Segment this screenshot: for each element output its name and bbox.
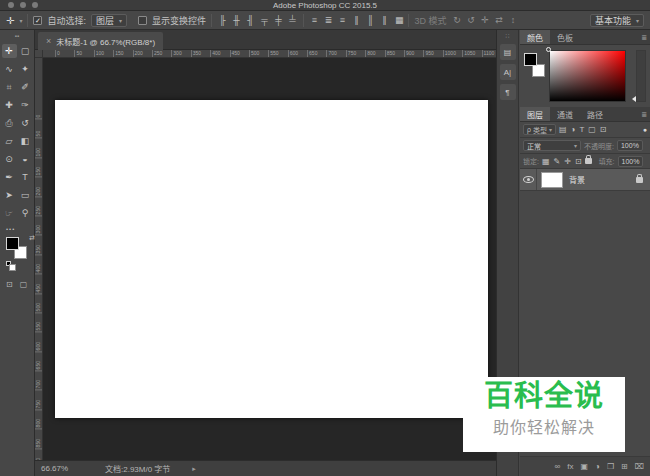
lock-artboard-icon[interactable]: ⊡: [575, 157, 582, 166]
distribute-left-edges-icon[interactable]: ∥: [351, 14, 362, 27]
character-panel-icon[interactable]: A|: [500, 64, 516, 80]
properties-panel-icon[interactable]: ▤: [500, 44, 516, 60]
layer-row[interactable]: 背景: [520, 169, 650, 191]
3d-rotate-icon[interactable]: ↻: [452, 14, 463, 27]
layer-filter-dropdown[interactable]: ρ 类型 ▾: [523, 124, 556, 135]
eraser-tool[interactable]: ▱: [2, 134, 17, 148]
lock-row: 锁定: ▦✎✛⊡ 填充: 100%: [520, 154, 650, 169]
tool-preset-chevron-icon[interactable]: ▾: [19, 17, 22, 24]
default-colors-icon[interactable]: [6, 261, 11, 266]
foreground-color-swatch[interactable]: [6, 237, 19, 250]
layer-thumbnail[interactable]: [541, 172, 563, 188]
link-layers-icon[interactable]: ∞: [555, 462, 561, 471]
new-layer-icon[interactable]: ⊞: [621, 462, 628, 471]
collapse-tools-icon[interactable]: ▪▪: [0, 30, 34, 42]
rectangular-marquee-tool[interactable]: ▢: [18, 44, 33, 58]
fill-value-field[interactable]: 100%: [618, 156, 644, 167]
align-bottom-edges-icon[interactable]: ╧: [287, 14, 298, 27]
lock-all-icon[interactable]: [585, 158, 592, 164]
align-vertical-centers-icon[interactable]: ╪: [273, 14, 284, 27]
3d-scale-icon[interactable]: ↕: [508, 14, 519, 27]
brush-tool[interactable]: ✑: [18, 98, 33, 112]
lock-transparent-pixels-icon[interactable]: ▦: [542, 157, 550, 166]
adjustment-layer-icon[interactable]: ◑: [595, 462, 600, 471]
delete-layer-icon[interactable]: ⌧: [635, 462, 644, 471]
distribute-right-edges-icon[interactable]: ∥: [379, 14, 390, 27]
shape-tool[interactable]: ▭: [18, 188, 33, 202]
zoom-level-field[interactable]: 66.67%: [41, 464, 79, 473]
filter-adjustment-layers-icon[interactable]: ◑: [571, 125, 576, 134]
auto-select-checkbox[interactable]: ✓: [33, 16, 42, 25]
align-top-edges-icon[interactable]: ╤: [259, 14, 270, 27]
layer-mask-icon[interactable]: ▣: [581, 462, 589, 471]
quick-mask-icon[interactable]: ⊡: [6, 280, 13, 289]
edit-toolbar-button[interactable]: •••: [0, 220, 34, 234]
opacity-value-field[interactable]: 100%: [617, 140, 643, 151]
3d-drag-icon[interactable]: ✛: [480, 14, 491, 27]
panel-menu-icon[interactable]: ≣: [641, 34, 647, 42]
collapse-dock-icon[interactable]: ∷: [497, 30, 518, 40]
tab-color[interactable]: 颜色: [520, 30, 550, 44]
layer-effects-icon[interactable]: fx: [567, 462, 573, 471]
filter-shape-layers-icon[interactable]: ▢: [588, 125, 596, 134]
filter-smart-objects-icon[interactable]: ⊡: [600, 125, 607, 134]
document-tab[interactable]: × 未标题-1 @ 66.7%(RGB/8*): [38, 32, 163, 50]
layer-group-icon[interactable]: ❒: [607, 462, 614, 471]
vertical-ruler[interactable]: 0501001502002503003504004505005506006507…: [35, 58, 43, 460]
history-brush-tool[interactable]: ↺: [18, 116, 33, 130]
dodge-tool[interactable]: ◒: [18, 152, 33, 166]
panel-menu-icon[interactable]: ≣: [641, 111, 647, 119]
horizontal-ruler[interactable]: 0501001502002503003504004505005506006507…: [43, 50, 496, 58]
zoom-tool[interactable]: ⚲: [18, 206, 33, 220]
blend-mode-dropdown[interactable]: 正常 ▾: [523, 140, 581, 151]
clone-stamp-tool[interactable]: ⎙: [2, 116, 17, 130]
crop-tool[interactable]: ⌗: [2, 80, 17, 94]
3d-roll-icon[interactable]: ↺: [466, 14, 477, 27]
document-canvas[interactable]: [55, 100, 488, 418]
status-options-arrow-icon[interactable]: ▸: [192, 465, 196, 473]
close-document-icon[interactable]: ×: [46, 36, 51, 46]
foreground-color-swatch[interactable]: [524, 53, 537, 66]
align-left-edges-icon[interactable]: ╟: [217, 14, 228, 27]
filter-type-layers-icon[interactable]: T: [579, 125, 584, 134]
quick-selection-tool[interactable]: ✦: [18, 62, 33, 76]
lasso-tool[interactable]: ∿: [2, 62, 17, 76]
path-selection-tool[interactable]: ➤: [2, 188, 17, 202]
saturation-brightness-box[interactable]: [549, 50, 626, 102]
3d-slide-icon[interactable]: ⇄: [494, 14, 505, 27]
layer-visibility-toggle[interactable]: [520, 169, 537, 190]
filter-pixel-layers-icon[interactable]: ▤: [559, 125, 567, 134]
color-picker-marker[interactable]: [546, 47, 551, 52]
type-tool[interactable]: T: [18, 170, 33, 184]
paragraph-panel-icon[interactable]: ¶: [500, 84, 516, 100]
distribute-top-edges-icon[interactable]: ≡: [309, 14, 320, 27]
workspace-dropdown[interactable]: 基本功能 ▾: [590, 14, 644, 27]
distribute-bottom-edges-icon[interactable]: ≡: [337, 14, 348, 27]
move-tool-icon[interactable]: ✛: [6, 15, 14, 26]
distribute-vertical-centers-icon[interactable]: ≣: [323, 14, 334, 27]
blur-tool[interactable]: ⊙: [2, 152, 17, 166]
lock-position-icon[interactable]: ✛: [564, 157, 571, 166]
filter-toggle-icon[interactable]: ●: [643, 126, 647, 133]
move-tool[interactable]: ✛: [2, 44, 17, 58]
ramp-slider-arrow-icon[interactable]: [632, 96, 636, 102]
eyedropper-tool[interactable]: ✐: [18, 80, 33, 94]
screen-mode-icon[interactable]: ▢: [20, 280, 28, 289]
align-horizontal-centers-icon[interactable]: ╫: [231, 14, 242, 27]
auto-select-target-dropdown[interactable]: 图层 ▾: [91, 14, 127, 27]
lock-image-pixels-icon[interactable]: ✎: [554, 157, 561, 166]
distribute-spacing-icon[interactable]: ▦: [395, 15, 404, 25]
gradient-tool[interactable]: ◧: [18, 134, 33, 148]
tab-layers[interactable]: 图层: [520, 107, 550, 121]
show-transform-checkbox[interactable]: [138, 16, 147, 25]
pen-tool[interactable]: ✒: [2, 170, 17, 184]
align-right-edges-icon[interactable]: ╢: [245, 14, 256, 27]
tab-paths[interactable]: 路径: [580, 107, 610, 121]
distribute-horizontal-centers-icon[interactable]: ║: [365, 14, 376, 27]
tab-swatches[interactable]: 色板: [550, 30, 580, 44]
tab-channels[interactable]: 通道: [550, 107, 580, 121]
hand-tool[interactable]: ☞: [2, 206, 17, 220]
spot-healing-brush-tool[interactable]: ✚: [2, 98, 17, 112]
swap-colors-icon[interactable]: ⇄: [29, 234, 35, 242]
hue-ramp-slider[interactable]: [636, 50, 646, 102]
